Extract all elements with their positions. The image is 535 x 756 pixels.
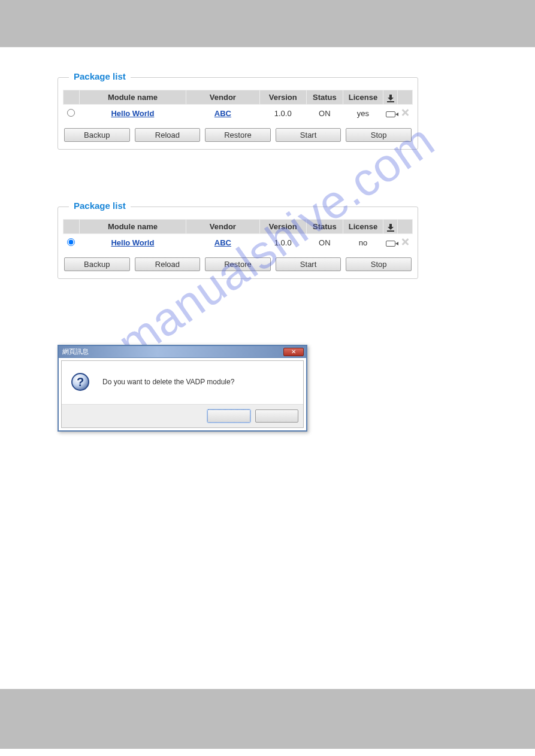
dialog-message: Do you want to delete the VADP module?: [102, 378, 234, 386]
reload-button[interactable]: Reload: [135, 128, 201, 142]
panel-title: Package list: [69, 201, 131, 211]
version-cell: 1.0.0: [259, 234, 306, 252]
license-cell: yes: [343, 105, 383, 123]
col-download: [383, 220, 398, 234]
start-button[interactable]: Start: [276, 128, 341, 142]
table-row: Hello World ABC 1.0.0 ON no: [64, 234, 413, 252]
col-select: [64, 220, 80, 234]
col-vendor: Vendor: [186, 90, 260, 105]
version-cell: 1.0.0: [259, 105, 306, 123]
backup-button[interactable]: Backup: [64, 257, 130, 271]
row-select-radio[interactable]: [67, 238, 75, 246]
status-cell: ON: [306, 105, 343, 123]
col-license: License: [343, 220, 383, 234]
confirm-dialog: 網頁訊息 ✕ ? Do you want to delete the VADP …: [58, 345, 307, 432]
panel-title: Package list: [69, 71, 131, 81]
dialog-cancel-button[interactable]: [255, 409, 298, 423]
col-select: [64, 90, 80, 105]
col-delete: [398, 90, 413, 105]
dialog-message-row: ? Do you want to delete the VADP module?: [62, 361, 303, 404]
dialog-close-button[interactable]: ✕: [283, 348, 304, 356]
col-license: License: [343, 90, 383, 105]
dialog-inner: ? Do you want to delete the VADP module?: [61, 360, 304, 428]
stop-button[interactable]: Stop: [346, 128, 412, 142]
package-table: Module name Vendor Version Status Licens…: [63, 90, 413, 122]
start-button[interactable]: Start: [276, 257, 341, 271]
dialog-ok-button[interactable]: [207, 409, 250, 423]
col-download: [383, 90, 398, 105]
col-version: Version: [259, 90, 306, 105]
package-table: Module name Vendor Version Status Licens…: [63, 219, 413, 251]
col-delete: [398, 220, 413, 234]
camera-icon[interactable]: [386, 111, 395, 117]
restore-button[interactable]: Restore: [205, 257, 271, 271]
button-row: Backup Reload Restore Start Stop: [63, 128, 413, 142]
col-version: Version: [259, 220, 306, 234]
reload-button[interactable]: Reload: [135, 257, 201, 271]
col-vendor: Vendor: [186, 220, 260, 234]
dialog-body: ? Do you want to delete the VADP module?: [59, 358, 306, 430]
footer-bar: [0, 689, 535, 749]
table-header-row: Module name Vendor Version Status Licens…: [64, 90, 413, 105]
col-status: Status: [306, 220, 343, 234]
stop-button[interactable]: Stop: [346, 257, 412, 271]
status-cell: ON: [306, 234, 343, 252]
vendor-link[interactable]: ABC: [214, 238, 231, 247]
table-header-row: Module name Vendor Version Status Licens…: [64, 220, 413, 234]
dialog-title: 網頁訊息: [62, 347, 89, 356]
col-status: Status: [306, 90, 343, 105]
license-cell: no: [343, 234, 383, 252]
module-link[interactable]: Hello World: [111, 109, 154, 118]
col-module: Module name: [79, 220, 186, 234]
question-icon: ?: [71, 373, 89, 391]
row-select-radio[interactable]: [67, 109, 75, 117]
button-row: Backup Reload Restore Start Stop: [63, 257, 413, 271]
camera-icon[interactable]: [386, 241, 395, 247]
vendor-link[interactable]: ABC: [214, 109, 231, 118]
close-icon: ✕: [291, 349, 296, 355]
package-list-panel-2: Package list Module name Vendor Version …: [58, 207, 418, 279]
header-bar: [0, 0, 535, 47]
delete-icon[interactable]: [401, 238, 409, 246]
package-list-panel-1: Package list Module name Vendor Version …: [58, 77, 418, 150]
backup-button[interactable]: Backup: [64, 128, 130, 142]
dialog-titlebar[interactable]: 網頁訊息 ✕: [59, 346, 306, 358]
dialog-button-row: [62, 404, 303, 427]
col-module: Module name: [79, 90, 186, 105]
page-content: manualshive.com Package list Module name…: [0, 47, 535, 749]
restore-button[interactable]: Restore: [205, 128, 271, 142]
table-row: Hello World ABC 1.0.0 ON yes: [64, 105, 413, 123]
delete-icon[interactable]: [401, 108, 409, 117]
module-link[interactable]: Hello World: [111, 238, 154, 247]
